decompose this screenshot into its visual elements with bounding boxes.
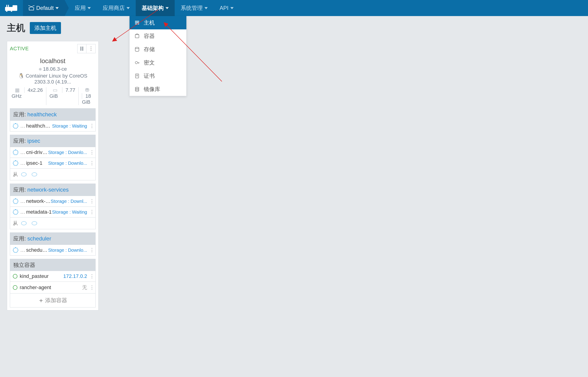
dropdown-hosts[interactable]: 主机 [130, 16, 186, 29]
environment-name: Default [36, 5, 54, 11]
service-name[interactable]: metadata-1 [26, 209, 52, 215]
nav-store[interactable]: 应用商店 [97, 0, 136, 16]
svg-point-17 [135, 90, 139, 91]
service-name[interactable]: cni-driver-1 [26, 149, 48, 155]
cpu-icon: ▦ [12, 87, 23, 93]
service-menu-button[interactable]: ⋮ [90, 160, 94, 166]
pause-button[interactable] [77, 44, 86, 53]
linux-icon: 🐧 [18, 73, 24, 79]
add-host-button[interactable]: 添加主机 [30, 22, 61, 34]
nav-apps[interactable]: 应用 [69, 0, 97, 16]
stack-link[interactable]: ipsec [27, 138, 40, 144]
nav-api[interactable]: API [214, 0, 239, 16]
host-stats: ▦4x2.26 GHz ▭7.77 GiB ⛃18 GiB [10, 87, 96, 105]
registries-icon [134, 86, 140, 92]
plus-icon: ＋ [38, 297, 44, 303]
loading-spinner-icon [13, 209, 18, 215]
add-container-button[interactable]: ＋添加容器 [10, 293, 95, 307]
sidekick-row: 从 [10, 168, 95, 180]
status-ring-icon [13, 285, 17, 290]
stack-link[interactable]: network-services [27, 187, 68, 193]
container-ip[interactable]: 172.17.0.2 [63, 273, 87, 279]
stack-link[interactable]: scheduler [27, 236, 51, 242]
host-name[interactable]: localhost [10, 57, 96, 65]
service-name[interactable]: network-man... [26, 198, 51, 204]
top-navbar: Default 应用应用商店基础架构系统管理API [0, 0, 588, 16]
svg-point-11 [135, 61, 137, 64]
storage-icon [134, 47, 140, 52]
stack-scheduler: 应用: scheduler…scheduler-1Storage : Downl… [10, 232, 96, 256]
service-menu-button[interactable]: ⋮ [90, 123, 94, 129]
secrets-icon [134, 60, 140, 65]
svg-rect-9 [135, 35, 139, 38]
disk-icon: ⛃ [82, 87, 92, 93]
container-row: kind_pasteur172.17.0.2⋮ [10, 271, 95, 282]
stack-network-services: 应用: network-services…network-man...Stora… [10, 184, 96, 229]
stack-ipsec: 应用: ipsec…cni-driver-1Storage : Downlo..… [10, 135, 96, 180]
svg-rect-2 [6, 5, 7, 7]
service-status: Storage : Waiting [52, 123, 87, 129]
loading-spinner-icon [32, 172, 37, 177]
svg-rect-6 [135, 21, 139, 22]
service-menu-button[interactable]: ⋮ [90, 149, 94, 155]
svg-rect-8 [135, 24, 139, 24]
mem-stat: ▭7.77 GiB [46, 87, 79, 105]
svg-rect-19 [82, 47, 83, 51]
svg-rect-1 [13, 5, 17, 11]
svg-rect-0 [5, 7, 13, 11]
infra-dropdown: 主机容器存储密文证书镜像库 [129, 16, 187, 96]
status-ring-icon [13, 274, 17, 279]
chevron-down-icon [56, 7, 59, 9]
container-menu-button[interactable]: ⋮ [90, 273, 94, 279]
cpu-stat: ▦4x2.26 GHz [9, 87, 46, 105]
logo[interactable] [0, 0, 23, 16]
nav-admin[interactable]: 系统管理 [175, 0, 214, 16]
chevron-down-icon [126, 7, 130, 9]
disk-stat: ⛃18 GiB [79, 87, 97, 105]
chevron-down-icon [204, 7, 208, 9]
container-menu-button[interactable]: ⋮ [90, 284, 94, 291]
service-status: Storage : Waiting [52, 210, 87, 215]
dropdown-containers[interactable]: 容器 [130, 29, 186, 43]
stack-link[interactable]: healthcheck [27, 111, 57, 118]
service-status: Storage : Downl... [51, 199, 87, 204]
host-actions: ⋮ [77, 44, 96, 53]
nav-infra[interactable]: 基础架构 [136, 0, 175, 16]
svg-rect-3 [8, 5, 9, 7]
host-status: ACTIVE [10, 46, 29, 52]
rancher-logo-icon [5, 4, 18, 12]
dropdown-secrets[interactable]: 密文 [130, 56, 186, 69]
loading-spinner-icon [13, 150, 18, 155]
sidekick-row: 从 [10, 217, 95, 229]
container-name[interactable]: rancher-agent [20, 284, 82, 291]
stack-header: 应用: network-services [10, 184, 95, 196]
service-row: …metadata-1Storage : Waiting⋮ [10, 207, 95, 217]
environment-selector[interactable]: Default [23, 0, 65, 16]
service-status: Storage : Downlo... [48, 150, 87, 155]
service-menu-button[interactable]: ⋮ [90, 209, 94, 215]
stack-header: 应用: ipsec [10, 135, 95, 147]
pause-icon [80, 47, 83, 51]
containers-icon [134, 33, 140, 39]
hosts-icon [134, 20, 140, 25]
service-name[interactable]: scheduler-1 [26, 247, 48, 253]
loading-spinner-icon [32, 221, 37, 225]
service-row: …scheduler-1Storage : Downlo...⋮ [10, 245, 95, 255]
service-row: …network-man...Storage : Downl...⋮ [10, 196, 95, 207]
dropdown-certs[interactable]: 证书 [130, 69, 186, 82]
memory-icon: ▭ [49, 87, 61, 93]
service-name[interactable]: ipsec-1 [26, 160, 48, 166]
loading-spinner-icon [13, 199, 18, 204]
dropdown-registries[interactable]: 镜像库 [130, 82, 186, 96]
service-menu-button[interactable]: ⋮ [90, 247, 94, 253]
dropdown-storage[interactable]: 存储 [130, 43, 186, 56]
nav-separator [65, 0, 69, 16]
container-name[interactable]: kind_pasteur [20, 273, 63, 279]
service-name[interactable]: healthcheck-1 [26, 123, 52, 129]
service-menu-button[interactable]: ⋮ [90, 198, 94, 204]
stack-header: 应用: scheduler [10, 233, 95, 245]
service-row: …cni-driver-1Storage : Downlo...⋮ [10, 147, 95, 158]
host-menu-button[interactable]: ⋮ [86, 44, 96, 53]
svg-point-10 [135, 47, 139, 49]
loading-spinner-icon [13, 247, 18, 253]
